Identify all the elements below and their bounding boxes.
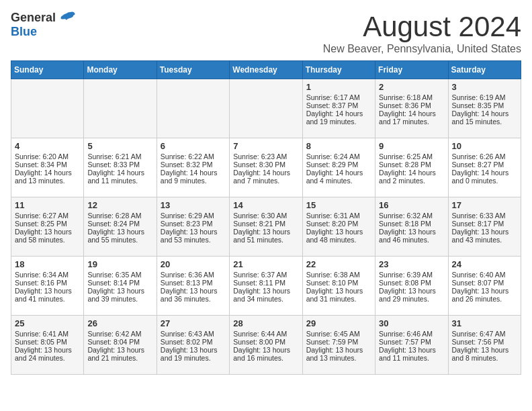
day-info-line: Daylight: 13 hours bbox=[87, 346, 152, 354]
day-info-line: and 41 minutes. bbox=[15, 295, 80, 303]
calendar-cell: 1Sunrise: 6:17 AMSunset: 8:37 PMDaylight… bbox=[302, 79, 375, 138]
day-info-line: and 26 minutes. bbox=[452, 295, 517, 303]
day-info-line: Sunset: 8:34 PM bbox=[15, 161, 80, 169]
day-info-line: and 0 minutes. bbox=[452, 177, 517, 185]
day-info-line: Sunrise: 6:39 AM bbox=[379, 271, 444, 279]
day-info-line: Sunset: 8:35 PM bbox=[452, 101, 517, 109]
day-info-line: Daylight: 13 hours bbox=[15, 287, 80, 295]
day-info-line: Sunset: 7:59 PM bbox=[306, 338, 371, 346]
day-info-line: Sunrise: 6:26 AM bbox=[452, 152, 517, 161]
day-of-week-header: Friday bbox=[375, 61, 448, 79]
day-info-line: Daylight: 13 hours bbox=[233, 346, 298, 354]
day-number: 5 bbox=[87, 141, 152, 151]
day-number: 12 bbox=[87, 200, 152, 210]
day-number: 25 bbox=[15, 318, 80, 328]
day-info-line: Sunset: 8:18 PM bbox=[379, 220, 444, 228]
calendar-cell: 8Sunrise: 6:24 AMSunset: 8:29 PMDaylight… bbox=[302, 138, 375, 197]
calendar-cell: 20Sunrise: 6:36 AMSunset: 8:13 PMDayligh… bbox=[157, 257, 229, 316]
day-info-line: Sunrise: 6:42 AM bbox=[87, 330, 152, 338]
day-info-line: and 55 minutes. bbox=[87, 236, 152, 244]
calendar-cell: 19Sunrise: 6:35 AMSunset: 8:14 PMDayligh… bbox=[84, 257, 157, 316]
day-info-line: Sunset: 8:16 PM bbox=[15, 279, 80, 287]
location-subtitle: New Beaver, Pennsylvania, United States bbox=[323, 43, 521, 55]
day-info-line: Sunrise: 6:37 AM bbox=[233, 271, 298, 279]
day-info-line: and 34 minutes. bbox=[233, 295, 298, 303]
day-info-line: Sunrise: 6:45 AM bbox=[306, 330, 371, 338]
day-info-line: Sunrise: 6:27 AM bbox=[15, 212, 80, 220]
day-of-week-header: Tuesday bbox=[157, 61, 229, 79]
day-info-line: Daylight: 13 hours bbox=[161, 228, 226, 236]
day-info-line: Sunrise: 6:41 AM bbox=[15, 330, 80, 338]
day-info-line: Daylight: 13 hours bbox=[87, 228, 152, 236]
calendar-cell bbox=[11, 79, 84, 138]
day-of-week-header: Monday bbox=[84, 61, 157, 79]
day-number: 30 bbox=[379, 318, 444, 328]
day-number: 15 bbox=[306, 200, 371, 210]
day-info-line: and 13 minutes. bbox=[15, 177, 80, 185]
day-info-line: Sunset: 8:23 PM bbox=[161, 220, 226, 228]
day-info-line: Daylight: 13 hours bbox=[87, 287, 152, 295]
day-info-line: Sunrise: 6:34 AM bbox=[15, 271, 80, 279]
day-info-line: and 2 minutes. bbox=[379, 177, 444, 185]
day-info-line: Sunrise: 6:22 AM bbox=[161, 152, 226, 161]
day-info-line: and 4 minutes. bbox=[306, 177, 371, 185]
day-info-line: Daylight: 13 hours bbox=[161, 346, 226, 354]
day-number: 22 bbox=[306, 259, 371, 269]
calendar-cell: 6Sunrise: 6:22 AMSunset: 8:32 PMDaylight… bbox=[157, 138, 229, 197]
day-info-line: Sunset: 8:32 PM bbox=[161, 161, 226, 169]
day-of-week-header: Wednesday bbox=[230, 61, 302, 79]
day-number: 9 bbox=[379, 141, 444, 151]
day-number: 4 bbox=[15, 141, 80, 151]
day-info-line: Daylight: 13 hours bbox=[233, 287, 298, 295]
header: General Blue August 2024 New Beaver, Pen… bbox=[11, 11, 521, 55]
day-number: 1 bbox=[306, 82, 371, 92]
day-info-line: Daylight: 13 hours bbox=[452, 287, 517, 295]
calendar-cell: 14Sunrise: 6:30 AMSunset: 8:21 PMDayligh… bbox=[230, 197, 302, 257]
calendar-cell: 28Sunrise: 6:44 AMSunset: 8:00 PMDayligh… bbox=[230, 316, 302, 375]
day-info-line: Daylight: 14 hours bbox=[306, 169, 371, 177]
day-info-line: and 24 minutes. bbox=[15, 354, 80, 362]
day-number: 20 bbox=[161, 259, 226, 269]
day-info-line: Daylight: 13 hours bbox=[379, 287, 444, 295]
calendar-week-row: 4Sunrise: 6:20 AMSunset: 8:34 PMDaylight… bbox=[11, 138, 521, 197]
day-info-line: Sunrise: 6:21 AM bbox=[87, 152, 152, 161]
day-info-line: Sunset: 8:00 PM bbox=[233, 338, 298, 346]
logo-bird-icon bbox=[57, 11, 76, 26]
day-info-line: Sunrise: 6:25 AM bbox=[379, 152, 444, 161]
day-info-line: Daylight: 14 hours bbox=[161, 169, 226, 177]
day-number: 29 bbox=[306, 318, 371, 328]
calendar-cell: 21Sunrise: 6:37 AMSunset: 8:11 PMDayligh… bbox=[230, 257, 302, 316]
calendar-cell: 3Sunrise: 6:19 AMSunset: 8:35 PMDaylight… bbox=[448, 79, 521, 138]
day-info-line: Sunrise: 6:40 AM bbox=[452, 271, 517, 279]
day-info-line: Daylight: 14 hours bbox=[452, 109, 517, 118]
day-of-week-header: Saturday bbox=[448, 61, 521, 79]
day-number: 17 bbox=[452, 200, 517, 210]
day-number: 14 bbox=[233, 200, 298, 210]
day-info-line: Sunset: 8:29 PM bbox=[306, 161, 371, 169]
day-info-line: Sunset: 8:37 PM bbox=[306, 101, 371, 109]
day-info-line: Sunrise: 6:20 AM bbox=[15, 152, 80, 161]
day-info-line: and 31 minutes. bbox=[306, 295, 371, 303]
calendar-week-row: 18Sunrise: 6:34 AMSunset: 8:16 PMDayligh… bbox=[11, 257, 521, 316]
day-info-line: Sunset: 7:56 PM bbox=[452, 338, 517, 346]
day-info-line: and 58 minutes. bbox=[15, 236, 80, 244]
day-info-line: Sunrise: 6:46 AM bbox=[379, 330, 444, 338]
day-number: 31 bbox=[452, 318, 517, 328]
day-info-line: Sunset: 8:17 PM bbox=[452, 220, 517, 228]
logo-general-text: General bbox=[11, 11, 56, 25]
day-info-line: Sunset: 8:04 PM bbox=[87, 338, 152, 346]
day-number: 3 bbox=[452, 82, 517, 92]
calendar-cell: 11Sunrise: 6:27 AMSunset: 8:25 PMDayligh… bbox=[11, 197, 84, 257]
day-info-line: Daylight: 13 hours bbox=[379, 228, 444, 236]
day-info-line: Daylight: 13 hours bbox=[15, 346, 80, 354]
day-info-line: Daylight: 13 hours bbox=[161, 287, 226, 295]
day-info-line: and 19 minutes. bbox=[306, 118, 371, 126]
day-number: 23 bbox=[379, 259, 444, 269]
day-info-line: and 43 minutes. bbox=[452, 236, 517, 244]
day-info-line: Sunset: 8:33 PM bbox=[87, 161, 152, 169]
calendar-cell: 25Sunrise: 6:41 AMSunset: 8:05 PMDayligh… bbox=[11, 316, 84, 375]
day-number: 26 bbox=[87, 318, 152, 328]
day-info-line: and 7 minutes. bbox=[233, 177, 298, 185]
day-info-line: Daylight: 13 hours bbox=[233, 228, 298, 236]
day-info-line: Sunset: 8:27 PM bbox=[452, 161, 517, 169]
